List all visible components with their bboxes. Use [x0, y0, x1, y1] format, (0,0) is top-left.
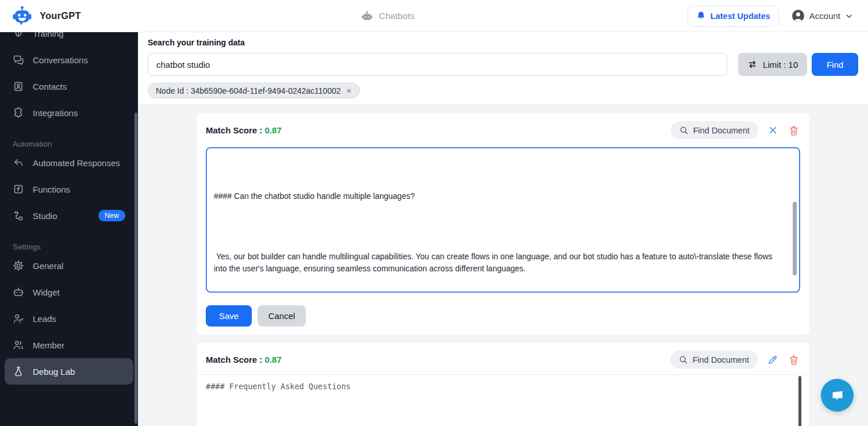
sidebar-item-label: Widget	[33, 287, 60, 297]
top-header: YourGPT Chatbots Latest Updates	[0, 0, 868, 32]
integrations-icon	[13, 107, 24, 118]
sidebar-item-conversations[interactable]: Conversations	[5, 47, 133, 73]
sidebar-scrollbar[interactable]	[135, 113, 137, 424]
sidebar-item-label: Integrations	[33, 108, 78, 118]
sidebar-section-automation: Automation	[0, 140, 138, 148]
sidebar-item-widget[interactable]: Widget	[5, 279, 133, 305]
account-label: Account	[809, 11, 840, 21]
search-input[interactable]	[148, 53, 727, 76]
match-score-label: Match Score :	[206, 125, 262, 135]
account-avatar-icon	[792, 9, 805, 22]
find-document-button[interactable]: Find Document	[671, 121, 758, 139]
person-check-icon	[13, 313, 24, 324]
chatbot-icon	[361, 10, 373, 22]
chunk-content-text: #### Frequently Asked Questions	[197, 375, 809, 392]
limit-button[interactable]: Limit : 10	[738, 53, 807, 76]
close-edit-icon[interactable]	[767, 124, 779, 136]
edit-pencil-icon[interactable]	[766, 354, 779, 366]
function-icon	[13, 183, 24, 195]
find-button[interactable]: Find	[812, 53, 858, 76]
conversations-icon	[13, 54, 24, 66]
search-label: Search your training data	[148, 38, 858, 47]
remove-tag-icon[interactable]: ×	[347, 86, 352, 95]
delete-icon[interactable]	[788, 124, 800, 137]
main-content: Search your training data Limit : 10 Fin…	[138, 32, 868, 426]
people-icon	[13, 339, 24, 351]
training-icon	[13, 32, 24, 39]
latest-updates-button[interactable]: Latest Updates	[688, 6, 779, 26]
account-menu[interactable]: Account	[792, 9, 853, 22]
reply-icon	[13, 157, 24, 168]
find-document-label: Find Document	[693, 126, 750, 135]
swap-arrows-icon	[747, 59, 758, 70]
cancel-button[interactable]: Cancel	[258, 305, 306, 327]
sidebar-item-contacts[interactable]: Contacts	[5, 73, 133, 99]
sidebar-item-studio[interactable]: Studio New	[5, 202, 133, 229]
chat-widget-button[interactable]	[821, 379, 854, 412]
brand[interactable]: YourGPT	[0, 5, 81, 26]
chat-bubble-icon	[829, 387, 846, 404]
sidebar-item-integrations[interactable]: Integrations	[5, 99, 133, 126]
textarea-scrollbar[interactable]	[793, 202, 797, 275]
match-score: Match Score : 0.87	[206, 125, 282, 135]
sidebar-item-label: General	[33, 261, 63, 271]
yourgpt-logo-icon	[11, 5, 33, 26]
latest-updates-label: Latest Updates	[710, 11, 770, 21]
sidebar-item-leads[interactable]: Leads	[5, 305, 133, 332]
chunk-editor-textarea[interactable]: #### Can the chatbot studio handle multi…	[206, 147, 800, 293]
flask-icon	[13, 366, 24, 377]
sidebar-item-label: Studio	[33, 211, 57, 221]
find-document-label: Find Document	[693, 355, 749, 364]
match-score-value: 0.87	[265, 125, 282, 135]
delete-icon[interactable]	[788, 354, 800, 366]
page-title: Chatbots	[361, 0, 414, 32]
robot-icon	[13, 286, 24, 298]
page-title-label: Chatbots	[379, 11, 414, 21]
chunk-content-view[interactable]: #### Frequently Asked Questions	[197, 374, 809, 426]
studio-icon	[13, 210, 24, 221]
sidebar-item-label: Functions	[33, 185, 70, 194]
sidebar-item-general[interactable]: General	[5, 252, 133, 279]
sidebar-item-functions[interactable]: Functions	[5, 176, 133, 202]
save-button[interactable]: Save	[206, 305, 252, 327]
sidebar-section-settings: Settings	[0, 243, 138, 251]
sidebar-item-label: Contacts	[33, 82, 67, 91]
sidebar: Training Conversations Contacts	[0, 32, 138, 426]
match-score: Match Score : 0.87	[206, 355, 282, 364]
find-document-button[interactable]: Find Document	[670, 351, 758, 369]
sidebar-item-label: Leads	[33, 314, 56, 324]
sidebar-item-automated-responses[interactable]: Automated Responses	[5, 149, 133, 176]
gear-icon	[13, 260, 24, 271]
sidebar-item-label: Member	[33, 340, 64, 350]
sidebar-item-training[interactable]: Training	[5, 32, 133, 47]
sidebar-item-label: Training	[33, 32, 64, 39]
content-scrollbar[interactable]	[798, 376, 801, 426]
search-icon	[679, 355, 688, 364]
sidebar-item-member[interactable]: Member	[5, 332, 133, 358]
chevron-down-icon	[845, 12, 853, 20]
result-card-2: Match Score : 0.87 Find Document	[197, 343, 809, 426]
sidebar-item-label: Automated Responses	[33, 158, 120, 168]
sidebar-item-debug-lab[interactable]: Debug Lab	[5, 358, 133, 385]
contacts-icon	[13, 80, 24, 92]
limit-label: Limit : 10	[763, 60, 798, 70]
brand-name: YourGPT	[40, 10, 81, 21]
sidebar-item-label: Conversations	[33, 55, 88, 65]
new-badge: New	[98, 210, 125, 222]
result-card-1: Match Score : 0.87 Find Document	[197, 113, 809, 335]
match-score-value: 0.87	[265, 355, 282, 364]
search-icon	[679, 126, 689, 135]
bell-icon	[696, 11, 706, 21]
filter-tag-label: Node Id : 34b6590e-604d-11ef-9494-0242ac…	[156, 86, 341, 95]
node-id-filter-tag: Node Id : 34b6590e-604d-11ef-9494-0242ac…	[148, 83, 360, 98]
sidebar-item-label: Debug Lab	[33, 367, 75, 377]
search-section: Search your training data Limit : 10 Fin…	[138, 32, 868, 105]
match-score-label: Match Score :	[206, 355, 262, 364]
